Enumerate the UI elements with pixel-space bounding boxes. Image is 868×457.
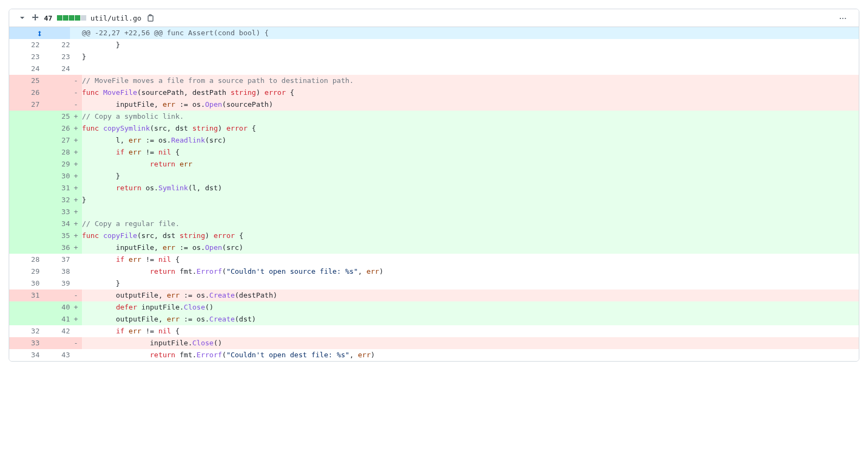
old-line-number[interactable] [9, 134, 40, 146]
code-cell[interactable]: func MoveFile(sourcePath, destPath strin… [82, 87, 859, 99]
code-cell[interactable]: if err != nil { [82, 254, 859, 266]
expand-hunk-icon[interactable] [9, 27, 70, 39]
new-line-number[interactable]: 36 [40, 242, 70, 254]
new-line-number[interactable]: 39 [40, 278, 70, 289]
old-line-number[interactable]: 29 [9, 266, 40, 278]
new-line-number[interactable]: 37 [40, 254, 70, 266]
old-line-number[interactable] [9, 242, 40, 254]
diff-marker: + [70, 194, 82, 206]
new-line-number[interactable]: 40 [40, 301, 70, 313]
code-cell[interactable]: if err != nil { [82, 325, 859, 337]
code-cell[interactable]: // Copy a symbolic link. [82, 111, 859, 123]
old-line-number[interactable]: 25 [9, 75, 40, 87]
copy-icon[interactable] [146, 14, 155, 22]
new-line-number[interactable]: 41 [40, 313, 70, 325]
file-path[interactable]: util/util.go [91, 14, 142, 22]
old-line-number[interactable]: 33 [9, 337, 40, 349]
code-cell[interactable]: return err [82, 158, 859, 170]
new-line-number[interactable] [40, 75, 70, 87]
diff-marker: - [70, 75, 82, 87]
old-line-number[interactable]: 24 [9, 63, 40, 75]
diff-marker: + [70, 146, 82, 158]
old-line-number[interactable] [9, 313, 40, 325]
new-line-number[interactable]: 38 [40, 266, 70, 278]
new-line-number[interactable] [40, 337, 70, 349]
code-cell[interactable]: } [82, 170, 859, 182]
code-cell[interactable]: outputFile, err := os.Create(destPath) [82, 289, 859, 301]
old-line-number[interactable] [9, 182, 40, 194]
code-cell[interactable]: outputFile, err := os.Create(dst) [82, 313, 859, 325]
new-line-number[interactable] [40, 289, 70, 301]
diff-row: 34+// Copy a regular file. [9, 218, 859, 230]
new-line-number[interactable]: 29 [40, 158, 70, 170]
code-cell[interactable]: } [82, 51, 859, 63]
new-line-number[interactable]: 23 [40, 51, 70, 63]
old-line-number[interactable]: 34 [9, 349, 40, 361]
code-cell[interactable]: if err != nil { [82, 146, 859, 158]
new-line-number[interactable]: 34 [40, 218, 70, 230]
diff-marker: + [70, 242, 82, 254]
code-cell[interactable] [82, 206, 859, 218]
old-line-number[interactable]: 31 [9, 289, 40, 301]
code-cell[interactable]: inputFile, err := os.Open(src) [82, 242, 859, 254]
diff-row: 36+ inputFile, err := os.Open(src) [9, 242, 859, 254]
code-cell[interactable]: inputFile, err := os.Open(sourcePath) [82, 99, 859, 111]
new-line-number[interactable]: 28 [40, 146, 70, 158]
code-cell[interactable]: func copyFile(src, dst string) error { [82, 230, 859, 242]
diff-marker [70, 63, 82, 75]
new-line-number[interactable]: 22 [40, 39, 70, 51]
new-line-number[interactable]: 31 [40, 182, 70, 194]
diff-row: 35+func copyFile(src, dst string) error … [9, 230, 859, 242]
code-cell[interactable]: } [82, 39, 859, 51]
new-line-number[interactable]: 24 [40, 63, 70, 75]
new-line-number[interactable] [40, 87, 70, 99]
old-line-number[interactable]: 30 [9, 278, 40, 289]
old-line-number[interactable]: 27 [9, 99, 40, 111]
new-line-number[interactable]: 33 [40, 206, 70, 218]
new-line-number[interactable]: 43 [40, 349, 70, 361]
code-cell[interactable]: // Copy a regular file. [82, 218, 859, 230]
svg-rect-0 [148, 16, 153, 21]
code-cell[interactable]: } [82, 194, 859, 206]
diff-row: 32+} [9, 194, 859, 206]
new-line-number[interactable]: 30 [40, 170, 70, 182]
code-cell[interactable]: inputFile.Close() [82, 337, 859, 349]
code-cell[interactable]: func copySymlink(src, dst string) error … [82, 123, 859, 134]
code-cell[interactable]: defer inputFile.Close() [82, 301, 859, 313]
new-line-number[interactable]: 35 [40, 230, 70, 242]
old-line-number[interactable] [9, 111, 40, 123]
old-line-number[interactable] [9, 218, 40, 230]
new-line-number[interactable] [40, 99, 70, 111]
kebab-menu-icon[interactable]: ··· [836, 14, 850, 22]
old-line-number[interactable] [9, 158, 40, 170]
code-cell[interactable]: // MoveFile moves a file from a source p… [82, 75, 859, 87]
old-line-number[interactable]: 28 [9, 254, 40, 266]
diff-row: 3443 return fmt.Errorf("Couldn't open de… [9, 349, 859, 361]
code-cell[interactable]: return fmt.Errorf("Couldn't open source … [82, 266, 859, 278]
chevron-down-icon[interactable] [18, 14, 27, 22]
diff-row: 2837 if err != nil { [9, 254, 859, 266]
old-line-number[interactable] [9, 194, 40, 206]
old-line-number[interactable]: 23 [9, 51, 40, 63]
old-line-number[interactable] [9, 170, 40, 182]
old-line-number[interactable]: 32 [9, 325, 40, 337]
old-line-number[interactable] [9, 301, 40, 313]
old-line-number[interactable] [9, 230, 40, 242]
code-cell[interactable]: return fmt.Errorf("Couldn't open dest fi… [82, 349, 859, 361]
code-cell[interactable]: l, err := os.Readlink(src) [82, 134, 859, 146]
old-line-number[interactable] [9, 146, 40, 158]
new-line-number[interactable]: 26 [40, 123, 70, 134]
new-line-number[interactable]: 42 [40, 325, 70, 337]
old-line-number[interactable]: 22 [9, 39, 40, 51]
new-line-number[interactable]: 27 [40, 134, 70, 146]
old-line-number[interactable] [9, 206, 40, 218]
new-line-number[interactable]: 32 [40, 194, 70, 206]
code-cell[interactable]: return os.Symlink(l, dst) [82, 182, 859, 194]
old-line-number[interactable] [9, 123, 40, 134]
new-line-number[interactable]: 25 [40, 111, 70, 123]
code-cell[interactable]: } [82, 278, 859, 289]
diff-row: 33+ [9, 206, 859, 218]
code-cell[interactable] [82, 63, 859, 75]
expand-icon[interactable] [31, 14, 40, 22]
old-line-number[interactable]: 26 [9, 87, 40, 99]
